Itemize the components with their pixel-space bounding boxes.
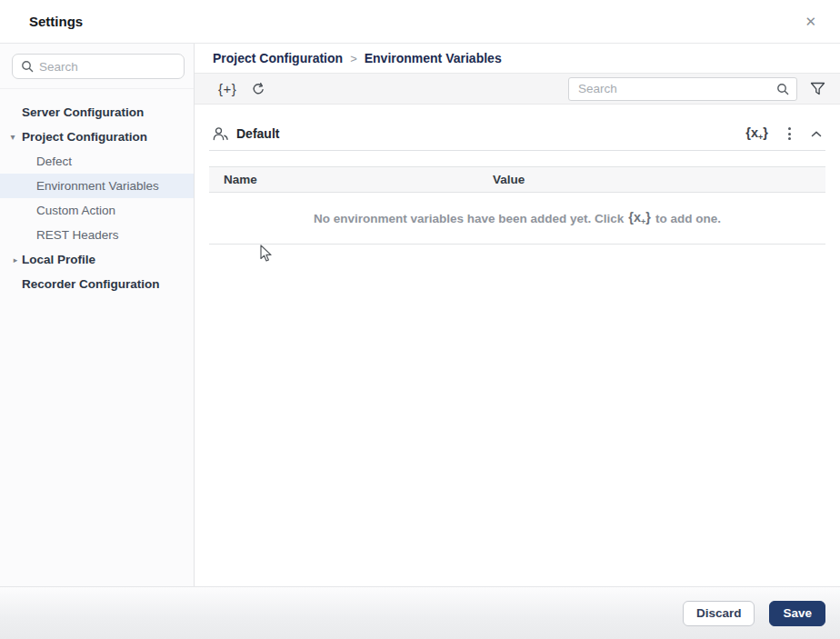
variable-set-title: Default (236, 126, 279, 141)
section-divider (209, 150, 825, 151)
default-variable-set: Default {x+} (209, 117, 825, 245)
table-header-row: Name Value (209, 166, 825, 193)
dialog-header: Settings ✕ (0, 0, 840, 44)
settings-sidebar: Server Configuration ▾ Project Configura… (0, 44, 195, 586)
sidebar-search-container (0, 44, 194, 89)
content-area: Default {x+} (195, 105, 840, 586)
empty-state-message: No environment variables have been added… (209, 193, 825, 245)
breadcrumb-project-configuration[interactable]: Project Configuration (213, 51, 343, 65)
column-header-name: Name (209, 173, 493, 186)
breadcrumb: Project Configuration > Environment Vari… (195, 44, 840, 74)
sidebar-item-local-profile[interactable]: ▸ Local Profile (0, 247, 194, 272)
toolbar: {+} (195, 74, 840, 105)
search-icon (21, 60, 34, 73)
sidebar-search-input[interactable] (39, 60, 176, 74)
expander-right-icon[interactable]: ▸ (8, 247, 23, 272)
sidebar-item-defect[interactable]: Defect (0, 149, 194, 174)
chevron-up-icon (811, 131, 822, 137)
braces-plus-icon: {+} (218, 81, 236, 96)
close-icon[interactable]: ✕ (799, 11, 822, 32)
filter-button[interactable] (810, 82, 825, 96)
sidebar-item-rest-headers[interactable]: REST Headers (0, 223, 194, 247)
dialog-footer: Discard Save (0, 586, 840, 639)
collapse-section-button[interactable] (811, 131, 822, 137)
refresh-icon (251, 82, 265, 96)
breadcrumb-separator: > (350, 52, 357, 65)
variables-search-box (568, 77, 797, 101)
column-header-value: Value (493, 173, 825, 186)
sidebar-item-custom-action[interactable]: Custom Action (0, 198, 194, 223)
sidebar-item-environment-variables[interactable]: Environment Variables (0, 174, 194, 198)
main-panel: Project Configuration > Environment Vari… (195, 44, 840, 586)
sidebar-item-recorder-configuration[interactable]: Recorder Configuration (0, 272, 194, 296)
sidebar-nav: Server Configuration ▾ Project Configura… (0, 89, 194, 296)
expander-down-icon[interactable]: ▾ (5, 125, 20, 149)
overflow-menu-icon[interactable] (786, 125, 793, 142)
sidebar-item-server-configuration[interactable]: Server Configuration (0, 100, 194, 125)
variables-search-input[interactable] (578, 82, 776, 95)
breadcrumb-environment-variables: Environment Variables (365, 51, 502, 65)
search-icon[interactable] (776, 83, 789, 95)
save-button[interactable]: Save (769, 601, 825, 626)
refresh-button[interactable] (251, 82, 265, 96)
settings-dialog: Settings ✕ Server Configuration ▾ Projec… (0, 0, 840, 639)
sidebar-search-box (12, 54, 185, 79)
sidebar-item-project-configuration[interactable]: ▾ Project Configuration (0, 125, 194, 149)
filter-funnel-icon (810, 82, 825, 96)
braces-x-plus-icon: {x+} (628, 210, 651, 226)
variable-set-header: Default {x+} (209, 117, 825, 150)
environment-variables-table: Name Value No environment variables have… (209, 166, 825, 245)
add-variable-button[interactable]: {x+} (745, 125, 768, 142)
discard-button[interactable]: Discard (683, 601, 755, 626)
braces-x-plus-icon: {x+} (745, 125, 768, 142)
dialog-title: Settings (29, 14, 83, 29)
add-variable-set-button[interactable]: {+} (218, 81, 236, 96)
users-icon (213, 126, 229, 142)
